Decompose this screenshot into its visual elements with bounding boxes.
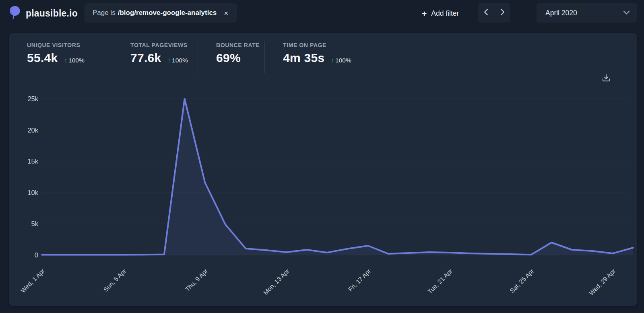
close-icon[interactable]: ×: [224, 9, 228, 17]
y-axis-label: 5k: [31, 220, 39, 227]
x-axis-label: Thu, 9 Apr: [184, 267, 209, 293]
add-filter-label: Add filter: [431, 9, 459, 18]
y-axis-label: 10k: [27, 189, 38, 196]
visitors-line-chart[interactable]: 05k10k15k20k25kWed, 1 AprSun, 5 AprThu, …: [9, 33, 637, 306]
series-area: [42, 99, 633, 255]
visitors-card: UNIQUE VISITORS 55.4k ↑ 100% TOTAL PAGEV…: [9, 33, 637, 306]
plus-icon: +: [422, 9, 427, 18]
plausible-logo: [9, 6, 21, 21]
x-axis-label: Tue, 21 Apr: [426, 267, 454, 295]
chevron-left-icon: [484, 8, 489, 17]
series-line: [42, 99, 633, 255]
x-axis-label: Wed, 29 Apr: [588, 267, 617, 296]
chevron-right-icon: [500, 8, 505, 17]
x-axis-label: Mon, 13 Apr: [262, 267, 291, 296]
x-axis-label: Fri, 17 Apr: [347, 267, 372, 293]
y-axis-label: 15k: [27, 158, 38, 165]
x-axis-label: Wed, 1 Apr: [19, 267, 46, 294]
date-range-label: April 2020: [545, 9, 577, 17]
filter-chip-value: /blog/remove-google-analytics: [118, 9, 217, 17]
filter-chip[interactable]: Page is /blog/remove-google-analytics ×: [85, 3, 237, 23]
prev-period-button[interactable]: [478, 3, 494, 23]
x-axis-label: Sat, 25 Apr: [508, 267, 535, 294]
y-axis-label: 20k: [27, 126, 38, 134]
brand-name: plausible.io: [26, 8, 78, 19]
date-nav: [478, 3, 510, 23]
filter-chip-prefix: Page is: [93, 9, 116, 17]
add-filter-button[interactable]: + Add filter: [422, 0, 459, 27]
y-axis-label: 0: [35, 251, 38, 259]
y-axis-label: 25k: [27, 95, 38, 102]
chevron-down-icon: [623, 9, 630, 17]
date-range-dropdown[interactable]: April 2020: [537, 3, 637, 23]
top-bar: plausible.io Page is /blog/remove-google…: [0, 0, 644, 27]
next-period-button[interactable]: [494, 3, 510, 23]
brand-block[interactable]: plausible.io: [9, 6, 78, 21]
x-axis-label: Sun, 5 Apr: [102, 267, 128, 293]
